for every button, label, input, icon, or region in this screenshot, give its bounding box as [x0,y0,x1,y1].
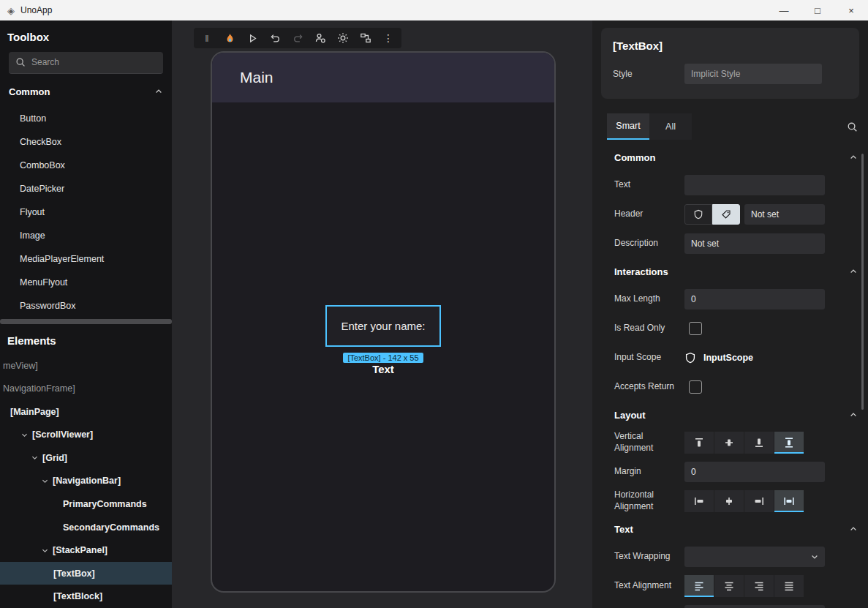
valign-stretch-button[interactable] [774,432,804,454]
page-title: Main [240,69,273,86]
header-binding-toggle[interactable] [684,204,712,225]
device-frame: Main Enter your name: [TextBox] - 142 x … [211,51,556,593]
tab-all[interactable]: All [649,113,692,140]
style-field[interactable]: Implicit Style [684,64,822,84]
inspector-tabs: Smart All [607,113,858,140]
inspector-scrollbar[interactable] [861,154,864,410]
chevron-up-icon[interactable] [849,410,858,419]
chevron-up-icon[interactable] [849,525,858,533]
description-field[interactable]: Not set [684,233,825,254]
text-align-left-button[interactable] [684,575,714,597]
chevron-up-icon[interactable] [849,153,858,162]
section-text[interactable]: Text [614,516,858,542]
halign-left-button[interactable] [684,490,714,512]
section-interactions-label: Interactions [614,266,668,277]
flow-connector-icon[interactable] [360,32,371,44]
theme-sun-icon[interactable] [337,32,349,44]
text-align-right-button[interactable] [744,575,774,597]
placeholder-field[interactable] [684,605,825,608]
kebab-menu-icon[interactable]: ⋮ [382,32,394,44]
tree-row-stackpanel[interactable]: [StackPanel] [0,538,172,562]
read-only-checkbox[interactable] [689,322,702,335]
tree-row-mainpage[interactable]: [MainPage] [0,400,172,424]
section-layout[interactable]: Layout [614,402,858,428]
toolbox-item-image[interactable]: Image [0,224,172,247]
user-settings-icon[interactable] [314,32,326,44]
chevron-down-icon[interactable] [41,547,49,555]
valign-center-button[interactable] [714,432,744,454]
tab-smart[interactable]: Smart [607,113,649,140]
header-literal-toggle[interactable] [712,204,740,225]
toolbox-item-datepicker[interactable]: DatePicker [0,177,172,200]
toolbox-item-combobox[interactable]: ComboBox [0,154,172,177]
text-align-justify-button[interactable] [774,575,804,597]
property-row-margin: Margin 0 [614,457,858,487]
section-interactions[interactable]: Interactions [614,258,858,285]
chevron-down-icon[interactable] [41,477,49,485]
text-wrapping-select[interactable] [684,547,825,567]
text-field[interactable] [684,175,825,195]
inspector-search-icon[interactable] [847,121,858,132]
property-row-text-alignment: Text Alignment [614,571,858,601]
design-textblock[interactable]: Text [372,363,394,375]
tree-label: [TextBlock] [53,591,102,601]
toolbar-grip-handle[interactable]: ‖ [201,32,213,44]
hot-reload-flame-icon[interactable] [224,32,235,44]
toolbox-item-mediaplayerelement[interactable]: MediaPlayerElement [0,247,172,271]
design-navigationbar[interactable]: Main [212,53,554,102]
close-button[interactable]: × [834,0,868,20]
toolbox-item-button[interactable]: Button [0,107,172,130]
max-length-field[interactable]: 0 [684,289,825,309]
toolbox-horizontal-scrollbar[interactable] [0,319,172,324]
chevron-down-icon[interactable] [31,454,39,462]
halign-right-button[interactable] [744,490,774,512]
window-controls: — □ × [767,0,868,20]
input-scope-value[interactable]: InputScope [703,353,753,363]
tree-row-textbox[interactable]: [TextBox] [0,562,172,585]
undo-icon[interactable] [269,32,281,44]
horizontal-alignment-label: Horizontal Alignment [614,489,684,512]
vertical-alignment-label: Vertical Alignment [614,431,684,454]
maximize-button[interactable]: □ [801,0,834,20]
horizontal-alignment-group [684,490,804,512]
toolbox-item-passwordbox[interactable]: PasswordBox [0,294,172,318]
design-textbox[interactable]: Enter your name: [325,305,441,347]
property-row-vertical-alignment: Vertical Alignment [614,428,858,457]
header-field[interactable]: Not set [744,204,825,225]
tree-row-frameview[interactable]: meView] [0,354,172,378]
tree-row-navigationbar[interactable]: [NavigationBar] [0,470,172,493]
toolbox-search-input[interactable] [31,57,156,67]
toolbox-item-flyout[interactable]: Flyout [0,200,172,224]
valign-top-button[interactable] [684,432,714,454]
property-row-placeholder: Placeholder [614,601,858,608]
play-icon[interactable] [246,32,258,44]
valign-bottom-button[interactable] [744,432,774,454]
max-length-label: Max Length [614,293,684,305]
tree-label: [TextBox] [53,568,95,579]
property-row-header: Header Not set [614,200,858,229]
toolbox-item-menuflyout[interactable]: MenuFlyout [0,271,172,294]
tree-row-grid[interactable]: [Grid] [0,446,172,470]
margin-field[interactable]: 0 [684,462,825,482]
app-title: UnoApp [20,5,52,15]
text-alignment-label: Text Alignment [614,580,684,592]
tree-row-navigationframe[interactable]: NavigationFrame] [0,377,172,400]
accepts-return-checkbox[interactable] [689,380,702,394]
halign-center-button[interactable] [714,490,744,512]
chevron-up-icon[interactable] [849,267,858,276]
chevron-up-icon[interactable] [154,87,163,96]
halign-stretch-button[interactable] [774,490,804,512]
redo-icon[interactable] [292,32,303,44]
tree-row-primarycommands[interactable]: PrimaryCommands [0,492,172,516]
chevron-down-icon[interactable] [20,431,29,439]
toolbox-item-checkbox[interactable]: CheckBox [0,130,172,154]
tree-row-scrollviewer[interactable]: [ScrollViewer] [0,424,172,447]
minimize-button[interactable]: — [767,0,801,20]
text-align-center-button[interactable] [714,575,744,597]
left-sidebar: Toolbox Common Button CheckBox ComboBox … [0,20,172,608]
section-common[interactable]: Common [614,144,858,170]
toolbox-search[interactable] [9,52,163,74]
toolbox-section-common[interactable]: Common [0,77,172,107]
tree-row-textblock[interactable]: [TextBlock] [0,585,172,608]
tree-row-secondarycommands[interactable]: SecondaryCommands [0,516,172,539]
